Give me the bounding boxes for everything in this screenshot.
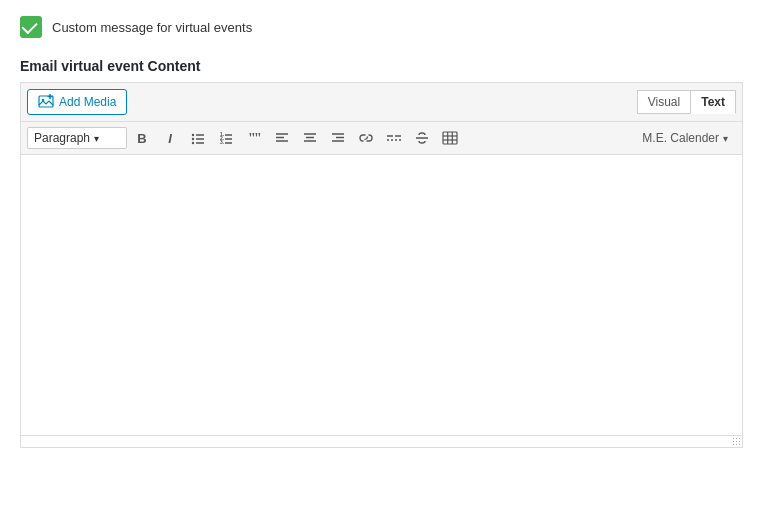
checkbox-icon[interactable] — [20, 16, 42, 38]
editor-label: Email virtual event Content — [20, 58, 743, 74]
align-center-icon — [303, 132, 317, 144]
ordered-list-button[interactable]: 1. 2. 3. — [213, 126, 239, 150]
svg-point-4 — [192, 134, 194, 136]
tab-visual[interactable]: Visual — [637, 90, 690, 114]
editor-content-area[interactable] — [21, 155, 742, 435]
tab-text[interactable]: Text — [690, 90, 736, 114]
me-calender-button[interactable]: M.E. Calender ▾ — [634, 128, 736, 148]
header-row: Custom message for virtual events — [20, 16, 743, 38]
ordered-list-icon: 1. 2. 3. — [219, 131, 233, 145]
paragraph-label: Paragraph — [34, 131, 90, 145]
paragraph-select[interactable]: Paragraph ▾ — [27, 127, 127, 149]
italic-button[interactable]: I — [157, 126, 183, 150]
me-calender-chevron: ▾ — [723, 133, 728, 144]
strikethrough-button[interactable] — [409, 126, 435, 150]
bold-icon: B — [137, 131, 146, 146]
align-center-button[interactable] — [297, 126, 323, 150]
add-media-icon — [38, 94, 54, 110]
table-button[interactable] — [437, 126, 463, 150]
svg-rect-31 — [443, 132, 457, 144]
editor-wrapper: Add Media Visual Text Paragraph ▾ B I — [20, 82, 743, 448]
align-right-icon — [331, 132, 345, 144]
blockquote-button[interactable]: " " — [241, 126, 267, 150]
svg-text:3.: 3. — [220, 139, 225, 145]
section-title: Custom message for virtual events — [52, 20, 252, 35]
tab-group: Visual Text — [637, 90, 736, 114]
svg-point-8 — [192, 142, 194, 144]
paragraph-chevron: ▾ — [94, 133, 99, 144]
insert-more-icon — [386, 132, 402, 144]
me-calender-label: M.E. Calender — [642, 131, 719, 145]
svg-point-6 — [192, 138, 194, 140]
toolbar-row: Paragraph ▾ B I — [21, 122, 742, 155]
editor-bottom — [21, 435, 742, 447]
table-icon — [442, 131, 458, 145]
insert-more-button[interactable] — [381, 126, 407, 150]
align-left-button[interactable] — [269, 126, 295, 150]
align-right-button[interactable] — [325, 126, 351, 150]
italic-icon: I — [168, 131, 172, 146]
unordered-list-button[interactable] — [185, 126, 211, 150]
add-media-label: Add Media — [59, 95, 116, 109]
resize-handle[interactable] — [732, 437, 740, 445]
svg-text:": " — [254, 131, 261, 145]
blockquote-icon: " " — [247, 131, 261, 145]
add-media-button[interactable]: Add Media — [27, 89, 127, 115]
link-icon — [359, 131, 373, 145]
unordered-list-icon — [191, 131, 205, 145]
bold-button[interactable]: B — [129, 126, 155, 150]
strikethrough-icon — [415, 131, 429, 145]
editor-top-bar: Add Media Visual Text — [21, 83, 742, 122]
link-button[interactable] — [353, 126, 379, 150]
align-left-icon — [275, 132, 289, 144]
page-container: Custom message for virtual events Email … — [0, 0, 763, 464]
svg-rect-0 — [39, 96, 53, 107]
